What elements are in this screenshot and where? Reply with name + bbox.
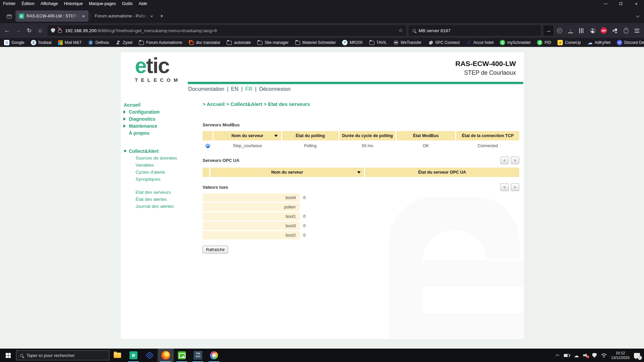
bookmark-pid[interactable]: PID: [537, 40, 551, 45]
bookmark-doc-translator[interactable]: doc translator: [189, 40, 220, 45]
back-button[interactable]: ←: [2, 25, 12, 36]
sidebar-item-sources-de-donnees[interactable]: Sources de données: [123, 155, 194, 162]
taskbar-remote-screen[interactable]: [174, 349, 190, 362]
menu-aide[interactable]: Aide: [136, 0, 150, 7]
sidebar-item-variables[interactable]: Variables: [123, 162, 194, 169]
sidebar-item-collect-alert[interactable]: Collect&Alert: [123, 147, 194, 155]
extensions-button[interactable]: [621, 25, 631, 36]
bookmark-site-manager[interactable]: Site manager: [257, 40, 288, 45]
adblock-extension-button[interactable]: ABP: [599, 25, 609, 36]
bookmark-tavil[interactable]: TAVIL: [369, 40, 387, 45]
notification-center-icon[interactable]: 1: [634, 353, 640, 358]
taskbar-paint-app[interactable]: [206, 349, 222, 362]
sidebar-item-journal-des-alertes[interactable]: Journal des alertes: [123, 203, 194, 210]
bookmark-comeup[interactable]: ComeUp: [557, 40, 581, 45]
bookmark-automate[interactable]: automate: [227, 40, 251, 45]
sidebar-item-a-propos[interactable]: À propos: [123, 129, 194, 136]
forward-button[interactable]: →: [13, 25, 23, 36]
bookmark-sodiaal[interactable]: Sodiaal: [31, 40, 52, 45]
prev-page-button[interactable]: <: [500, 183, 509, 191]
sidebar-item-etat-des-alertes[interactable]: État des alertes: [123, 196, 194, 203]
clock[interactable]: 10:12 13/12/2023: [611, 351, 630, 360]
sidebar-item-maintenance[interactable]: Maintenance: [123, 122, 194, 129]
menu-fichier[interactable]: Fichier: [0, 0, 19, 7]
tab-close-icon[interactable]: ×: [150, 14, 154, 19]
search-bar[interactable]: MB server 8187: [409, 25, 541, 36]
speaker-muted-icon[interactable]: ×: [583, 353, 588, 357]
onedrive-cloud-icon[interactable]: ☁: [574, 353, 579, 358]
link-en[interactable]: EN: [231, 86, 238, 92]
account-button[interactable]: [588, 25, 598, 36]
sidebar-item-accueil[interactable]: Accueil: [123, 101, 194, 108]
reload-button[interactable]: ↻: [24, 25, 34, 36]
link-fr[interactable]: FR: [245, 86, 252, 92]
taskbar-file-explorer[interactable]: [109, 349, 125, 362]
list-all-tabs-button[interactable]: [633, 11, 642, 21]
link-deconnexion[interactable]: Déconnexion: [259, 86, 290, 92]
bookmark-wetransfer[interactable]: WeTransfer: [393, 40, 422, 45]
pocket-button[interactable]: [554, 25, 565, 36]
new-tab-button[interactable]: +: [157, 11, 167, 21]
go-arrow-button[interactable]: →: [543, 25, 553, 36]
search-input[interactable]: MB server 8187: [419, 28, 450, 33]
taskbar-search[interactable]: Taper ici pour rechercher: [16, 350, 109, 360]
bookmark-adkynet[interactable]: AdKyNet: [587, 40, 610, 45]
wifi-icon[interactable]: [601, 353, 607, 358]
radio-selected[interactable]: [206, 144, 210, 148]
sidebar-item-synoptiques[interactable]: Synoptiques: [123, 176, 194, 183]
minimize-button[interactable]: [598, 0, 613, 7]
next-page-button[interactable]: >: [511, 183, 519, 191]
close-button[interactable]: ×: [629, 0, 644, 7]
tracking-shield-icon[interactable]: [51, 28, 55, 33]
bookmark-mail-mt[interactable]: Mail M&T: [58, 40, 82, 45]
bookmark-google[interactable]: Google: [4, 40, 24, 45]
tab-inactive[interactable]: Forum automatisme - Publier un no ×: [92, 10, 157, 22]
bookmark-discord-dev[interactable]: Discord Dev: [617, 40, 644, 45]
taskbar-etic-app[interactable]: e: [125, 349, 142, 362]
refresh-button[interactable]: Rafraîchir: [203, 246, 228, 253]
firefox-view-button[interactable]: [4, 11, 14, 21]
tray-expand-chevron-icon[interactable]: [555, 354, 559, 358]
menu-edition[interactable]: Édition: [19, 0, 38, 7]
taskbar-virtualbox[interactable]: [142, 349, 158, 362]
prev-page-button[interactable]: <: [500, 157, 509, 164]
app-menu-button[interactable]: [632, 25, 642, 36]
bookmark-forum-automatisme[interactable]: Forum Automatisme: [139, 40, 182, 45]
bookmark-star-icon[interactable]: ☆: [396, 27, 403, 34]
menu-historique[interactable]: Historique: [61, 0, 86, 7]
sidebar-item-label: Etat des serveurs: [136, 190, 171, 195]
library-button[interactable]: [577, 25, 587, 36]
bookmark-myschneider[interactable]: mySchneider: [500, 40, 531, 45]
battery-icon[interactable]: [564, 354, 570, 357]
bookmark-accor-hotel[interactable]: Accor hotel: [466, 40, 493, 45]
link-documentation[interactable]: Documentation: [188, 86, 224, 92]
bookmark-spc-connect[interactable]: SPC Connect: [428, 40, 460, 45]
bookmark-materiel-schneider[interactable]: Materiel Schneider: [295, 40, 336, 45]
extension-button[interactable]: [610, 25, 620, 36]
start-button[interactable]: [0, 349, 16, 362]
tab-close-icon[interactable]: ×: [82, 14, 85, 19]
menu-affichage[interactable]: Affichage: [38, 0, 61, 7]
restore-button[interactable]: [613, 0, 629, 7]
bookmark-zyxel[interactable]: Zyxel: [115, 40, 132, 45]
bookmark-mr200[interactable]: MR200: [342, 40, 363, 45]
next-page-button[interactable]: >: [511, 157, 519, 164]
sidebar-item-configuration[interactable]: Configuration: [123, 108, 194, 115]
security-shield-icon[interactable]: ✓: [592, 353, 597, 358]
sidebar-item-etat-des-serveurs[interactable]: Etat des serveurs: [123, 189, 194, 196]
sidebar-item-diagnostics[interactable]: Diagnostics: [123, 115, 194, 122]
insecure-lock-icon[interactable]: [58, 30, 62, 33]
server-name-cell: Step_courlaoux: [214, 141, 281, 150]
url-bar[interactable]: 192.168.39.200:8080/cgi?method=get_menu&…: [48, 25, 406, 36]
tab-active[interactable]: e RAS-ECW-400-LW : STEP de Cou ×: [15, 10, 89, 22]
bookmark-definox[interactable]: Definox: [88, 40, 109, 45]
sidebar-item-cycles-alerte[interactable]: Cycles d'alerte: [123, 169, 194, 176]
home-button[interactable]: ⌂: [35, 25, 45, 36]
column-nom-du-serveur[interactable]: Nom du serveur: [210, 168, 364, 177]
downloads-button[interactable]: ↓: [566, 25, 576, 36]
taskbar-tia-portal[interactable]: TIAV17: [190, 349, 206, 362]
menu-marque-pages[interactable]: Marque-pages: [86, 0, 119, 7]
menu-outils[interactable]: Outils: [119, 0, 136, 7]
taskbar-firefox[interactable]: [158, 349, 174, 362]
column-nom-du-serveur[interactable]: Nom du serveur: [214, 131, 281, 140]
